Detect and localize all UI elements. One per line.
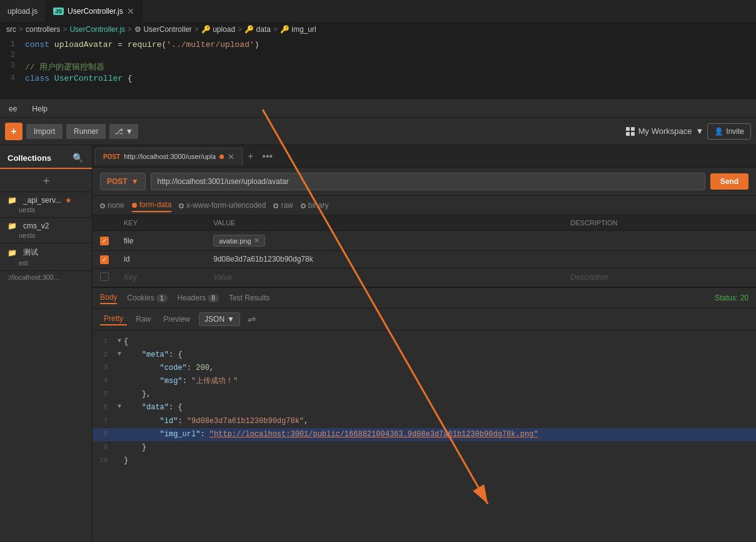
sidebar-search-icon[interactable]: 🔍 xyxy=(71,151,84,164)
tab-usercontroller-label: UserController.js xyxy=(68,7,123,16)
collection-name-test: 测试 xyxy=(23,247,38,258)
collection-sub-test: est xyxy=(8,259,84,267)
collection-name-api: _api_serv... xyxy=(23,196,61,205)
headers-badge: 8 xyxy=(208,294,219,302)
row3-checkbox-empty[interactable] xyxy=(100,272,109,281)
format-preview[interactable]: Preview xyxy=(159,314,194,325)
url-display: ://localhost:300... xyxy=(0,271,92,284)
row3-desc-placeholder[interactable]: Description xyxy=(563,268,756,287)
toolbar: + Import Runner ⎇ ▼ My Workspace ▼ 👤 Inv… xyxy=(0,118,756,145)
request-tabs: POST http://localhost:3000/user/upla ✕ +… xyxy=(93,145,756,168)
json-response[interactable]: 1 ▼ { 2 ▼ "meta": { 3 "code": 200, 4 xyxy=(93,330,756,543)
file-chip-value: avatar.png xyxy=(219,237,251,245)
collection-item-test[interactable]: 📁 测试 est xyxy=(0,243,92,271)
row3-key-placeholder[interactable]: Key xyxy=(116,268,206,287)
json-line-7: 7 "id": "9d08e3d7a61b1230b90dg78k", xyxy=(93,415,756,428)
json-line-8: 8 "img_url": "http://localhost:3001/publ… xyxy=(93,428,756,441)
tab-headers[interactable]: Headers 8 xyxy=(178,292,219,304)
body-type-none[interactable]: none xyxy=(100,199,124,212)
tab-cookies[interactable]: Cookies 1 xyxy=(127,292,167,304)
vscode-tabs: upload.js JS UserController.js ✕ xyxy=(0,0,756,22)
json-line-9: 9 } xyxy=(93,441,756,454)
collection-sub-cms: uests xyxy=(8,232,84,239)
new-button[interactable]: + xyxy=(5,123,23,140)
json-line-2: 2 ▼ "meta": { xyxy=(93,349,756,362)
fork-button[interactable]: ⎇ ▼ xyxy=(109,124,138,139)
tab-upload-js[interactable]: upload.js xyxy=(0,0,46,22)
tab-close-icon[interactable]: ✕ xyxy=(127,6,134,16)
collection-name-cms: cms_v2 xyxy=(23,222,49,230)
tab-body[interactable]: Body xyxy=(100,292,117,304)
breadcrumb-file: UserController.js xyxy=(69,25,125,34)
status-indicator: Status: 20 xyxy=(715,294,748,302)
form-table: KEY VALUE DESCRIPTION ✓ file avatar.png xyxy=(93,215,756,287)
format-type-value: JSON xyxy=(204,315,224,324)
unsaved-indicator xyxy=(219,155,224,159)
method-badge: POST xyxy=(103,153,120,160)
tab-upload-js-label: upload.js xyxy=(8,7,38,16)
workspace-name: My Workspace xyxy=(638,126,692,136)
th-value-label: VALUE xyxy=(206,215,563,231)
new-collection-button[interactable]: ＋ xyxy=(0,169,92,192)
menu-view[interactable]: ee xyxy=(5,103,21,115)
row2-checkbox[interactable]: ✓ xyxy=(100,255,109,264)
vscode-breadcrumb: src > controllers > UserController.js > … xyxy=(0,22,756,37)
collection-item-cms[interactable]: 📁 cms_v2 uests xyxy=(0,218,92,243)
menu-help[interactable]: Help xyxy=(28,103,51,115)
body-type-urlencoded[interactable]: x-www-form-urlencoded xyxy=(179,199,266,212)
format-pretty[interactable]: Pretty xyxy=(100,313,127,325)
invite-icon: 👤 xyxy=(714,127,723,136)
row2-desc[interactable] xyxy=(563,251,756,268)
url-input[interactable] xyxy=(151,173,705,190)
body-type-raw[interactable]: raw xyxy=(273,199,293,212)
json-line-5: 5 }, xyxy=(93,388,756,401)
menu-bar: ee Help xyxy=(0,100,756,118)
row1-key[interactable]: file xyxy=(116,231,206,251)
body-type-binary[interactable]: binary xyxy=(301,199,329,212)
postman-area: ee Help + Import Runner ⎇ ▼ My Workspace… xyxy=(0,100,756,542)
invite-button[interactable]: 👤 Invite xyxy=(707,123,751,140)
method-dropdown[interactable]: POST ▼ xyxy=(100,173,146,190)
radio-formdata xyxy=(132,203,137,208)
folder-icon: 📁 xyxy=(8,196,17,205)
new-tab-button[interactable]: + xyxy=(244,151,257,162)
row1-checkbox[interactable]: ✓ xyxy=(100,237,109,245)
more-tabs-button[interactable]: ••• xyxy=(258,151,276,162)
chip-remove-icon[interactable]: ✕ xyxy=(254,237,260,245)
sidebar-title: Collections xyxy=(8,153,51,163)
table-row: ✓ id 9d08e3d7a61b1230b90dg78k xyxy=(93,251,756,268)
workspace-selector[interactable]: My Workspace ▼ xyxy=(626,126,704,136)
tab-close-btn[interactable]: ✕ xyxy=(228,152,234,161)
sidebar: Collections 🔍 ＋ 📁 _api_serv... ★ uests 📁 xyxy=(0,145,93,542)
vscode-area: upload.js JS UserController.js ✕ src > c… xyxy=(0,0,756,100)
import-button[interactable]: Import xyxy=(26,124,63,139)
tab-usercontroller-js[interactable]: JS UserController.js ✕ xyxy=(46,0,143,22)
wrap-icon[interactable]: ⇌ xyxy=(245,313,258,325)
row3-value-placeholder[interactable]: Value xyxy=(206,268,563,287)
row1-value: avatar.png ✕ xyxy=(206,231,563,251)
runner-button[interactable]: Runner xyxy=(66,124,106,139)
star-icon[interactable]: ★ xyxy=(65,196,72,205)
breadcrumb-controllers: controllers xyxy=(26,25,60,34)
row2-value[interactable]: 9d08e3d7a61b1230b90dg78k xyxy=(206,251,563,268)
send-button[interactable]: Send xyxy=(710,173,748,190)
collection-item-api[interactable]: 📁 _api_serv... ★ uests xyxy=(0,192,92,218)
active-request-tab[interactable]: POST http://localhost:3000/user/upla ✕ xyxy=(95,148,243,165)
breadcrumb-data: 🔑 data xyxy=(244,25,271,34)
format-raw[interactable]: Raw xyxy=(132,314,154,325)
radio-urlencoded xyxy=(179,203,184,208)
table-row: ✓ file avatar.png ✕ xyxy=(93,231,756,251)
breadcrumb-src: src xyxy=(6,25,16,34)
code-line-4: 4 class UserController { xyxy=(0,73,756,84)
request-url-short: http://localhost:3000/user/upla xyxy=(124,153,216,160)
tab-test-results[interactable]: Test Results xyxy=(229,292,270,304)
file-chip: avatar.png ✕ xyxy=(213,235,265,247)
body-type-formdata[interactable]: form-data xyxy=(132,198,171,212)
sidebar-header: Collections 🔍 xyxy=(0,145,92,169)
workspace-icon xyxy=(626,127,635,136)
json-line-3: 3 "code": 200, xyxy=(93,362,756,375)
row2-key[interactable]: id xyxy=(116,251,206,268)
workspace-dropdown-icon: ▼ xyxy=(695,126,703,136)
format-type-select[interactable]: JSON ▼ xyxy=(199,312,240,326)
row1-desc[interactable] xyxy=(563,231,756,251)
